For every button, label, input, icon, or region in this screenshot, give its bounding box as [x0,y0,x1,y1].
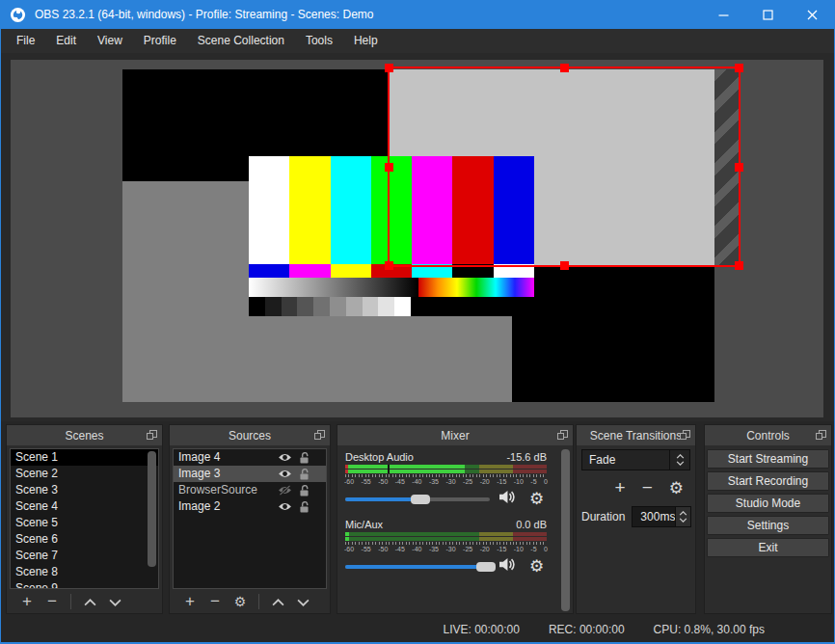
scene-list-item[interactable]: Scene 3 [11,482,158,498]
button-exit[interactable]: Exit [707,538,829,557]
meter-segment [348,470,465,473]
scene-list-item[interactable]: Scene 7 [11,548,158,564]
menu-item-help[interactable]: Help [343,29,389,53]
sources-panel-header[interactable]: Sources [170,425,330,445]
volume-slider-handle[interactable] [411,495,430,504]
scene-move-up-button[interactable] [77,590,102,613]
mixer-content: Desktop Audio-15.6 dB-60-55-50-45-40-35-… [337,445,573,576]
source-name: Image 2 [178,498,220,515]
menu-item-file[interactable]: File [6,29,45,53]
scene-list-item[interactable]: Scene 6 [11,531,158,548]
button-start-streaming[interactable]: Start Streaming [707,449,829,469]
selection-handle-bottom-left[interactable] [385,261,393,270]
unlock-icon[interactable] [298,485,310,496]
meter-segment [513,532,547,536]
close-button[interactable] [790,0,834,29]
transition-properties-gear-icon[interactable]: ⚙ [669,478,684,498]
controls-panel-header[interactable]: Controls [705,425,831,445]
remove-transition-button[interactable]: − [642,477,653,498]
selection-handle-top-right[interactable] [735,64,743,72]
eye-icon[interactable] [278,469,292,479]
menu-item-profile[interactable]: Profile [133,29,187,53]
menu-item-tools[interactable]: Tools [295,29,343,53]
scene-list-item[interactable]: Scene 1 [11,449,158,466]
mixer-channel-labels: Mic/Aux0.0 dB [345,519,547,530]
speaker-button[interactable] [498,557,516,576]
meter-tick-label: -45 [395,546,405,552]
volume-slider-handle[interactable] [476,562,496,572]
scene-list-item[interactable]: Scene 4 [11,498,158,515]
transitions-panel-header[interactable]: Scene Transitions [577,425,695,445]
menu-item-scene-collection[interactable]: Scene Collection [187,29,295,53]
button-settings[interactable]: Settings [707,516,829,535]
source-list-item[interactable]: Image 3 [174,466,326,482]
speaker-icon[interactable] [498,490,516,504]
eye-icon[interactable] [278,452,292,463]
transitions-float-icon[interactable] [680,430,690,441]
eye-slash-icon[interactable] [278,485,292,496]
source-list-item[interactable]: Image 4 [174,449,326,466]
scenes-float-icon[interactable] [147,430,157,441]
scene-list-item[interactable]: Scene 8 [11,564,158,580]
add-source-button[interactable]: + [177,590,202,613]
selection-handle-mid-left[interactable] [385,163,393,172]
selection-handle-bottom-right[interactable] [735,261,743,270]
meter-channel-row [345,465,547,469]
transition-select[interactable]: Fade [581,449,690,470]
scene-list-item[interactable]: Scene 9 [11,580,158,589]
mixer-channel-db: 0.0 dB [516,519,547,530]
pattern-gray-step [313,297,330,316]
source-properties-gear-icon[interactable]: ⚙ [228,590,253,613]
maximize-button[interactable] [745,0,790,29]
minimize-button[interactable] [701,0,745,29]
scenes-scrollbar[interactable] [148,451,156,567]
speaker-icon[interactable] [498,557,516,572]
scene-move-down-button[interactable] [102,590,127,613]
mixer-float-icon[interactable] [557,430,568,441]
button-studio-mode[interactable]: Studio Mode [707,494,829,513]
source-move-up-button[interactable] [265,590,290,613]
unlock-icon[interactable] [298,501,310,513]
scene-list-item[interactable]: Scene 5 [11,515,158,531]
duration-spin-arrows[interactable] [675,507,690,526]
menu-item-view[interactable]: View [87,29,133,53]
button-start-recording[interactable]: Start Recording [707,471,829,491]
menu-item-edit[interactable]: Edit [45,29,87,53]
mixer-gear-icon[interactable]: ⚙ [529,559,544,575]
remove-source-button[interactable]: − [202,590,228,613]
unlock-icon[interactable] [298,452,310,464]
add-scene-button[interactable]: + [14,590,40,613]
speaker-button[interactable] [498,490,516,508]
volume-slider-fill [345,565,486,569]
meter-segment [465,465,480,469]
mixer-gear-icon[interactable]: ⚙ [529,492,544,507]
remove-scene-button[interactable]: − [40,590,65,613]
sources-float-icon[interactable] [314,430,325,441]
source-list-item[interactable]: Image 2 [174,498,326,515]
selection-handle-bottom-center[interactable] [560,261,569,270]
add-transition-button[interactable]: + [615,477,626,498]
source-list-item[interactable]: BrowserSource [174,482,326,498]
volume-slider[interactable] [345,565,490,569]
selection-handle-mid-right[interactable] [735,163,743,172]
controls-float-icon[interactable] [816,430,826,441]
scenes-panel-header[interactable]: Scenes [7,425,162,445]
volume-slider[interactable] [345,497,490,501]
preview-canvas[interactable] [11,60,823,417]
mixer-panel-header[interactable]: Mixer [337,425,573,445]
sources-list[interactable]: Image 4Image 3BrowserSourceImage 2 [173,448,327,589]
mixer-scrollbar[interactable] [561,449,570,611]
source-black-rect-bottom[interactable] [512,265,714,402]
title-bar: OBS 23.2.1 (64-bit, windows) - Profile: … [1,0,834,29]
meter-tick-label: -15 [497,546,506,552]
transition-select-arrows[interactable] [669,450,689,470]
selection-handle-top-center[interactable] [560,64,569,72]
source-move-down-button[interactable] [290,590,315,613]
unlock-icon[interactable] [298,469,310,480]
selection-border[interactable] [388,67,741,267]
selection-handle-top-left[interactable] [385,64,393,72]
scenes-list[interactable]: Scene 1Scene 2Scene 3Scene 4Scene 5Scene… [10,448,159,589]
eye-icon[interactable] [278,501,292,512]
duration-spinbox[interactable]: 300ms [632,506,691,527]
scene-list-item[interactable]: Scene 2 [11,466,158,482]
